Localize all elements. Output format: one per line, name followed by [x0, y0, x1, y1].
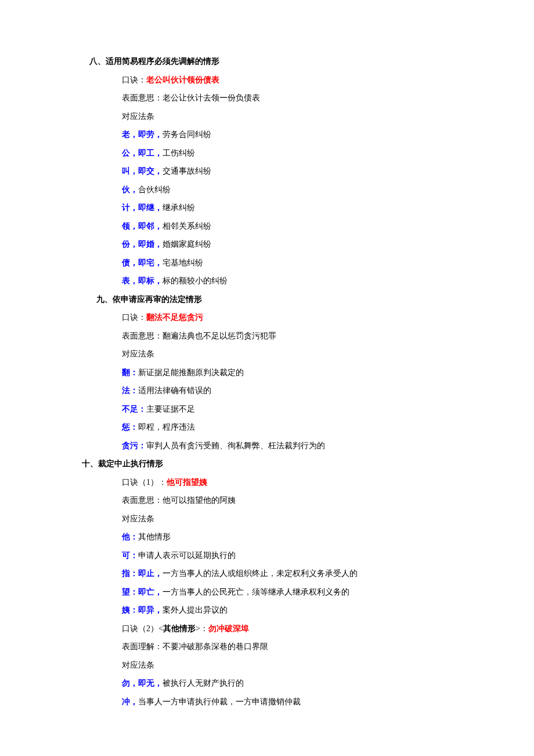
body-line: 翻：新证据足能推翻原判决裁定的 [0, 363, 534, 382]
text-span: 惩： [122, 423, 138, 431]
body-line: 指：即止，一方当事人的法人或组织终止，未定权利义务承受人的 [0, 564, 534, 583]
text-span: 工伤纠纷 [163, 149, 195, 157]
body-line: 份，即婚，婚姻家庭纠纷 [0, 235, 534, 254]
body-line: 口诀（2）<其他情形>：勿冲破深埠 [0, 620, 534, 638]
text-span: 合伙纠纷 [138, 185, 171, 194]
text-span: 不足： [122, 405, 146, 413]
text-span: >： [196, 624, 208, 633]
body-line: 口诀（1）：他可指望姨 [0, 473, 534, 492]
text-span: 口诀： [122, 313, 146, 322]
text-span: 对应法条 [122, 112, 154, 121]
text-span: 口诀（1）： [122, 478, 167, 487]
text-span: 婚姻家庭纠纷 [163, 240, 211, 249]
body-line: 口诀：老公叫伙计领份债表 [0, 71, 534, 89]
text-span: 勿冲破深埠 [208, 624, 249, 633]
body-line: 他：其他情形 [0, 528, 534, 546]
text-span: 老，即劳， [122, 130, 163, 139]
text-span: 申请人表示可以延期执行的 [138, 551, 236, 560]
text-span: 被执行人无财产执行的 [163, 679, 244, 687]
body-line: 对应法条 [0, 656, 534, 675]
body-line: 口诀：翻法不足惩贪污 [0, 308, 534, 327]
text-span: 案外人提出异议的 [163, 606, 228, 614]
body-line: 计，即继，继承纠纷 [0, 199, 534, 217]
text-span: 他： [122, 532, 138, 541]
text-span: 一方当事人的公民死亡，须等继承人继承权利义务的 [163, 588, 349, 596]
text-span: 表，即标， [122, 276, 163, 285]
body-line: 表面意思：翻遍法典也不足以惩罚贪污犯罪 [0, 327, 534, 345]
text-span: 对应法条 [122, 661, 154, 669]
section-heading: 九、依申请应再审的法定情形 [0, 290, 534, 309]
text-span: 领，即邻， [122, 222, 163, 231]
text-span: 份，即婚， [122, 240, 163, 249]
body-line: 表，即标，标的额较小的纠纷 [0, 272, 534, 290]
section-heading: 十、裁定中止执行情形 [0, 455, 534, 473]
text-span: 表面意思：他可以指望他的阿姨 [122, 496, 236, 505]
body-line: 法：适用法律确有错误的 [0, 381, 534, 400]
text-span: 贪污： [122, 441, 146, 450]
text-span: 姨：即异， [122, 606, 163, 614]
text-span: 法： [122, 386, 138, 395]
text-span: 一方当事人的法人或组织终止，未定权利义务承受人的 [163, 569, 358, 578]
body-line: 领，即邻，相邻关系纠纷 [0, 217, 534, 236]
body-line: 表面意思：老公让伙计去领一份负债表 [0, 89, 534, 107]
body-line: 对应法条 [0, 510, 534, 528]
text-span: 新证据足能推翻原判决裁定的 [138, 368, 244, 377]
text-span: 劳务合同纠纷 [163, 130, 211, 139]
body-line: 勿，即无，被执行人无财产执行的 [0, 674, 534, 693]
body-line: 不足：主要证据不足 [0, 400, 534, 419]
text-span: 适用法律确有错误的 [138, 386, 211, 395]
body-line: 姨：即异，案外人提出异议的 [0, 601, 534, 620]
body-line: 惩：即程，程序违法 [0, 418, 534, 437]
section-heading: 八、适用简易程序必须先调解的情形 [0, 52, 534, 71]
text-span: 叫，即交， [122, 167, 163, 175]
document-page: 八、适用简易程序必须先调解的情形口诀：老公叫伙计领份债表表面意思：老公让伙计去领… [0, 0, 534, 756]
body-line: 对应法条 [0, 345, 534, 363]
body-line: 老，即劳，劳务合同纠纷 [0, 125, 534, 144]
body-line: 望：即亡，一方当事人的公民死亡，须等继承人继承权利义务的 [0, 583, 534, 602]
body-line: 伙，合伙纠纷 [0, 181, 534, 199]
body-line: 表面意思：他可以指望他的阿姨 [0, 491, 534, 510]
body-line: 冲，当事人一方申请执行仲裁，一方申请撤销仲裁 [0, 693, 534, 711]
text-span: 伙， [122, 185, 138, 194]
body-line: 表面理解：不要冲破那条深巷的巷口界限 [0, 638, 534, 656]
text-span: 相邻关系纠纷 [163, 222, 211, 231]
text-span: 冲， [122, 697, 138, 706]
text-span: 主要证据不足 [146, 405, 195, 413]
text-span: 表面理解：不要冲破那条深巷的巷口界限 [122, 642, 268, 651]
body-line: 贪污：审判人员有贪污受贿、徇私舞弊、枉法裁判行为的 [0, 437, 534, 455]
body-line: 叫，即交，交通事故纠纷 [0, 162, 534, 181]
body-line: 债，即宅，宅基地纠纷 [0, 254, 534, 272]
text-span: 审判人员有贪污受贿、徇私舞弊、枉法裁判行为的 [146, 441, 325, 450]
text-span: 勿，即无， [122, 679, 163, 687]
text-span: 翻法不足惩贪污 [146, 313, 203, 322]
text-span: 当事人一方申请执行仲裁，一方申请撤销仲裁 [138, 697, 301, 706]
text-span: 口诀： [122, 75, 146, 84]
text-span: 宅基地纠纷 [163, 258, 203, 267]
text-span: 他可指望姨 [167, 478, 207, 487]
text-span: 表面意思：老公让伙计去领一份负债表 [122, 93, 260, 102]
text-span: 指：即止， [122, 569, 163, 578]
body-line: 公，即工，工伤纠纷 [0, 144, 534, 163]
text-span: 可： [122, 551, 138, 560]
text-span: 债，即宅， [122, 258, 163, 267]
text-span: 对应法条 [122, 350, 154, 358]
text-span: 表面意思：翻遍法典也不足以惩罚贪污犯罪 [122, 332, 276, 340]
text-span: 翻： [122, 368, 138, 377]
text-span: 公，即工， [122, 149, 163, 157]
text-span: 即程，程序违法 [138, 423, 195, 431]
text-span: 望：即亡， [122, 588, 163, 596]
text-span: 口诀（2）< [122, 624, 163, 633]
text-span: 继承纠纷 [163, 203, 195, 212]
text-span: 老公叫伙计领份债表 [146, 75, 219, 84]
text-span: 其他情形 [163, 624, 196, 633]
text-span: 交通事故纠纷 [163, 167, 211, 175]
text-span: 计，即继， [122, 203, 163, 212]
body-line: 对应法条 [0, 107, 534, 126]
text-span: 其他情形 [138, 532, 171, 541]
text-span: 标的额较小的纠纷 [163, 276, 228, 285]
text-span: 对应法条 [122, 514, 154, 523]
body-line: 可：申请人表示可以延期执行的 [0, 546, 534, 565]
